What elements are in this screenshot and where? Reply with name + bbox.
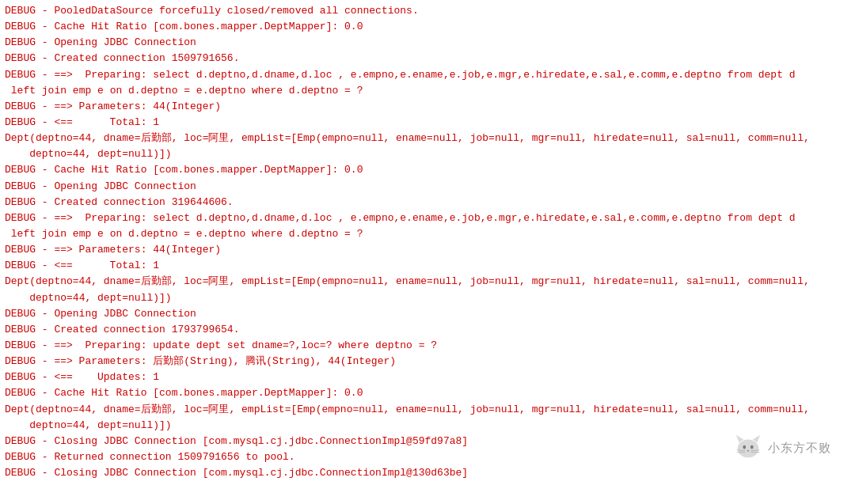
log-line: DEBUG - PooledDataSource forcefully clos…	[5, 3, 850, 19]
log-line: DEBUG - Opening JDBC Connection	[5, 35, 850, 51]
log-line: DEBUG - <== Total: 1	[5, 258, 850, 274]
log-line: Dept(deptno=44, dname=后勤部, loc=阿里, empLi…	[5, 402, 850, 418]
log-line: DEBUG - Returned connection 1509791656 t…	[5, 449, 850, 465]
log-line: DEBUG - Created connection 1793799654.	[5, 322, 850, 338]
svg-point-0	[738, 440, 759, 458]
watermark-text: 小东方不败	[768, 438, 831, 457]
log-line: deptno=44, dept=null)])	[5, 418, 850, 434]
log-line: left join emp e on d.deptno = e.deptno w…	[5, 226, 850, 242]
log-line: left join emp e on d.deptno = e.deptno w…	[5, 83, 850, 99]
log-line: DEBUG - <== Updates: 1	[5, 369, 850, 385]
log-line: DEBUG - <== Total: 1	[5, 115, 850, 131]
log-line: DEBUG - ==> Parameters: 后勤部(String), 腾讯(…	[5, 354, 850, 369]
log-line: deptno=44, dept=null)])	[5, 290, 850, 306]
svg-point-3	[743, 445, 746, 449]
svg-point-4	[750, 445, 754, 449]
log-line: DEBUG - Created connection 1509791656.	[5, 51, 850, 66]
log-line: deptno=44, dept=null)])	[5, 146, 850, 162]
log-line: DEBUG - Cache Hit Ratio [com.bones.mappe…	[5, 162, 850, 178]
watermark: 小东方不败	[733, 432, 831, 462]
log-line: DEBUG - Closing JDBC Connection [com.mys…	[5, 434, 850, 449]
log-line: DEBUG - Cache Hit Ratio [com.bones.mappe…	[5, 19, 850, 35]
log-line: DEBUG - Closing JDBC Connection [com.mys…	[5, 465, 850, 481]
log-lines: DEBUG - PooledDataSource forcefully clos…	[5, 3, 850, 481]
log-container: DEBUG - PooledDataSource forcefully clos…	[0, 0, 855, 484]
log-line: Dept(deptno=44, dname=后勤部, loc=阿里, empLi…	[5, 274, 850, 290]
log-line: DEBUG - ==> Preparing: update dept set d…	[5, 338, 850, 354]
watermark-logo-icon	[733, 432, 763, 462]
log-line: DEBUG - Cache Hit Ratio [com.bones.mappe…	[5, 385, 850, 401]
log-line: DEBUG - Created connection 319644606.	[5, 195, 850, 210]
log-line: DEBUG - ==> Parameters: 44(Integer)	[5, 99, 850, 115]
log-line: DEBUG - Opening JDBC Connection	[5, 179, 850, 195]
log-line: DEBUG - ==> Preparing: select d.deptno,d…	[5, 210, 850, 226]
svg-point-5	[747, 450, 750, 452]
log-line: DEBUG - ==> Parameters: 44(Integer)	[5, 242, 850, 258]
log-line: Dept(deptno=44, dname=后勤部, loc=阿里, empLi…	[5, 131, 850, 146]
log-line: DEBUG - ==> Preparing: select d.deptno,d…	[5, 67, 850, 83]
log-line: DEBUG - Opening JDBC Connection	[5, 306, 850, 322]
